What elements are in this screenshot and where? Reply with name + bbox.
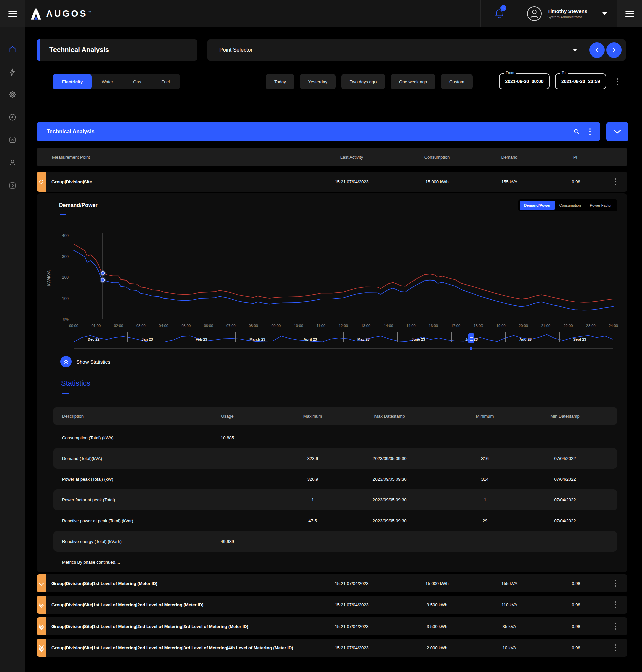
- sidebar-item-home[interactable]: [0, 41, 25, 57]
- sidebar-item-expand[interactable]: [0, 177, 25, 193]
- gear-icon: [8, 90, 17, 99]
- show-statistics-label: Show Statistics: [76, 359, 110, 365]
- x-tick-label: 03:00: [137, 324, 146, 328]
- stat-cell-min-datestamp: 07/04/2022: [532, 510, 599, 531]
- timeline-drag-handle[interactable]: [468, 333, 474, 343]
- x-tick-label: 00:00: [69, 324, 78, 328]
- stat-cell-usage: 10 885: [201, 427, 254, 448]
- y-tick-label: 200: [49, 275, 68, 280]
- row-kebab-menu[interactable]: [613, 621, 618, 632]
- chart-toggle-power-factor[interactable]: Power Factor: [586, 201, 616, 210]
- measurement-point-name: Group|Division|Site|1st Level of Meterin…: [51, 638, 293, 657]
- section-kebab-menu[interactable]: [587, 126, 592, 137]
- stat-cell-min-datestamp: 07/04/2022: [532, 489, 599, 510]
- stat-cell-minimum: [458, 531, 512, 552]
- timeline-month-april-23: April 23: [304, 337, 317, 341]
- cell-consumption: 9 500 kWh: [403, 596, 471, 614]
- cell-pf: 0.98: [556, 638, 596, 657]
- stat-cell-description: Demand (Total)(kVA): [62, 448, 102, 469]
- row-kebab-menu[interactable]: [613, 599, 618, 610]
- date-to-field[interactable]: To 2021-06-30 23:59: [555, 73, 606, 89]
- x-tick-label: 07:00: [226, 324, 236, 328]
- page-title-box: Technical Analysis: [37, 39, 197, 61]
- caret-down-icon: [602, 12, 607, 15]
- notifications-button[interactable]: 5: [480, 0, 518, 27]
- tab-water[interactable]: Water: [92, 74, 123, 89]
- timeline-scrollbar[interactable]: [74, 348, 613, 349]
- time-filter-custom[interactable]: Custom: [441, 74, 473, 89]
- time-filter-two-days-ago[interactable]: Two days ago: [342, 74, 385, 89]
- tab-electricity[interactable]: Electricity: [53, 74, 92, 89]
- row-kebab-menu[interactable]: [613, 642, 618, 653]
- timeline-month-separator: [397, 332, 398, 343]
- cell-last-activity: 15:21 07/04/2023: [318, 638, 385, 657]
- statistics-footnote: Metrics By phase continued....: [62, 552, 120, 572]
- column-header-last-activity: Last Activity: [318, 148, 385, 167]
- scrollbar-position-marker: [470, 347, 473, 350]
- stat-cell-description: Reactive power at peak (Total) (kVar): [62, 510, 133, 531]
- timeline-month-separator: [235, 332, 236, 343]
- demand-power-chart[interactable]: [74, 236, 613, 319]
- measurement-row[interactable]: Group|Division|Site|1st Level of Meterin…: [37, 617, 627, 635]
- sidebar-toggle-button[interactable]: [0, 0, 25, 27]
- user-menu[interactable]: Timothy Stevens System Administrator: [518, 6, 617, 22]
- measurement-row[interactable]: Group|Division|Site15:21 07/04/202315 00…: [37, 171, 627, 192]
- row-kebab-menu[interactable]: [613, 578, 618, 589]
- sidebar-item-collapse[interactable]: [0, 132, 25, 148]
- x-tick-label: 06:00: [204, 324, 213, 328]
- measurement-row[interactable]: Group|Division|Site|1st Level of Meterin…: [37, 574, 627, 592]
- timeline-month-separator: [451, 332, 452, 343]
- statistics-row: Consumption (Total) (kWh)10 885: [53, 427, 617, 448]
- time-filter-yesterday[interactable]: Yesterday: [300, 74, 336, 89]
- y-tick-label: 300: [49, 255, 68, 259]
- x-tick-label: 08:00: [249, 324, 258, 328]
- page-title: Technical Analysis: [50, 46, 109, 54]
- point-next-button[interactable]: [606, 42, 621, 58]
- stat-cell-usage: [201, 448, 254, 469]
- analysis-panel: Demand/Power Demand/PowerConsumptionPowe…: [37, 193, 627, 572]
- section-bar[interactable]: Technical Analysis: [37, 122, 600, 141]
- chart-toggle-demand-power[interactable]: Demand/Power: [519, 201, 555, 210]
- topbar: ΛUGOS ™ 5 Timothy Stevens System Adminis…: [0, 0, 642, 27]
- time-filter-buttons: TodayYesterdayTwo days agoOne week agoCu…: [266, 74, 473, 89]
- time-filter-one-week-ago[interactable]: One week ago: [390, 74, 435, 89]
- row-kebab-menu[interactable]: [613, 176, 618, 187]
- search-icon[interactable]: [573, 128, 580, 135]
- sidebar-item-history[interactable]: [0, 109, 25, 125]
- notification-badge: 5: [500, 5, 506, 11]
- brand-trademark: ™: [88, 11, 91, 14]
- stat-cell-max-datestamp: 2023/09/05 09:30: [349, 448, 430, 469]
- user-name: Timothy Stevens: [547, 8, 588, 14]
- date-to-label: To: [560, 70, 568, 75]
- date-from-field[interactable]: From 2021-06-30 00:00: [499, 73, 550, 89]
- column-header-demand: Demand: [483, 148, 536, 167]
- collapse-section-button[interactable]: [606, 122, 628, 141]
- point-selector-dropdown[interactable]: Point Selector: [207, 39, 626, 61]
- statistics-row: Reactive power at peak (Total) (kVar)47.…: [53, 510, 617, 531]
- right-menu-button[interactable]: [617, 0, 642, 27]
- x-tick-label: 11:00: [316, 324, 325, 328]
- timeline-month-march-23: March 23: [249, 337, 266, 341]
- chart-toggle-consumption[interactable]: Consumption: [555, 201, 586, 210]
- cell-demand: 10 kVA: [483, 638, 536, 657]
- cell-consumption: 2 000 kWh: [403, 638, 471, 657]
- time-filter-today[interactable]: Today: [266, 74, 294, 89]
- sidebar-item-users[interactable]: [0, 154, 25, 170]
- measurement-row[interactable]: Group|Division|Site|1st Level of Meterin…: [37, 596, 627, 614]
- stat-cell-minimum: 1: [458, 489, 512, 510]
- x-tick-label: 14:00: [384, 324, 393, 328]
- point-prev-button[interactable]: [589, 42, 605, 58]
- measurement-row[interactable]: Group|Division|Site|1st Level of Meterin…: [37, 638, 627, 657]
- sidebar-item-settings[interactable]: [0, 86, 25, 102]
- stat-cell-min-datestamp: 07/04/2022: [532, 469, 599, 489]
- sidebar-item-energy[interactable]: [0, 64, 25, 80]
- timeline-month-may-23: May 23: [358, 337, 370, 341]
- timeline-month-sept-23: Sept 23: [574, 337, 587, 341]
- measurements-table-header: Measurement PointLast ActivityConsumptio…: [37, 148, 627, 167]
- column-header-consumption: Consumption: [403, 148, 471, 167]
- x-tick-label: 12:00: [339, 324, 348, 328]
- show-statistics-button[interactable]: Show Statistics: [60, 356, 110, 367]
- filter-kebab-menu[interactable]: [615, 76, 620, 87]
- tab-fuel[interactable]: Fuel: [151, 74, 180, 89]
- tab-gas[interactable]: Gas: [123, 74, 151, 89]
